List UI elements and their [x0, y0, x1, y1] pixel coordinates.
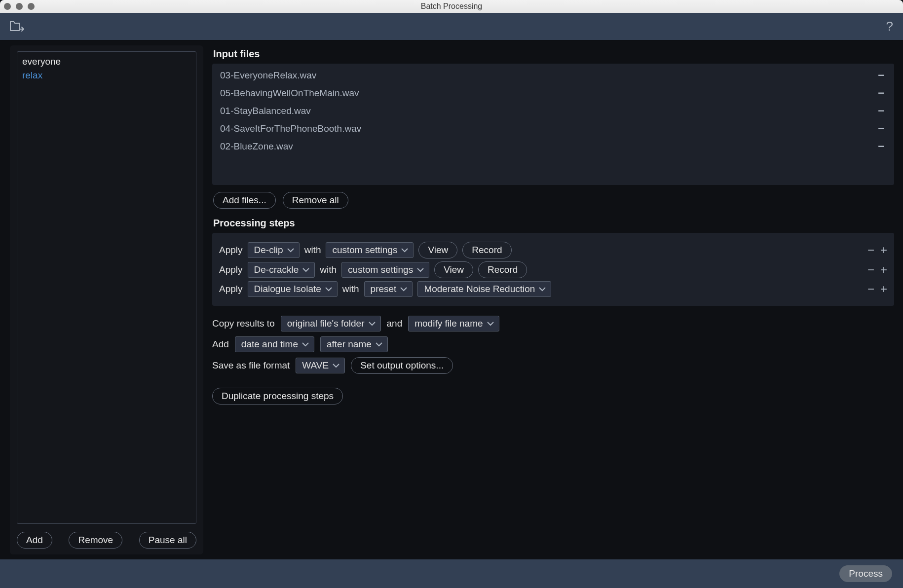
add-label: Add [212, 339, 229, 350]
remove-file-icon[interactable]: − [876, 87, 886, 100]
record-button[interactable]: Record [462, 242, 511, 258]
input-file-name: 05-BehavingWellOnTheMain.wav [220, 88, 359, 99]
folder-send-icon[interactable] [10, 20, 25, 33]
chevron-down-icon [487, 321, 494, 326]
module-value: De-clip [254, 245, 283, 256]
processing-step-row: ApplyDe-cracklewithcustom settingsViewRe… [219, 261, 887, 278]
preset-select[interactable]: Moderate Noise Reduction [417, 281, 551, 297]
add-step-icon[interactable]: + [880, 264, 887, 276]
batch-list-panel: everyonerelax Add Remove Pause all [10, 45, 203, 554]
input-file-name: 02-BlueZone.wav [220, 141, 293, 152]
add-what-value: date and time [241, 339, 298, 350]
remove-file-icon[interactable]: − [876, 122, 886, 135]
remove-all-files-button[interactable]: Remove all [283, 192, 348, 209]
remove-file-icon[interactable]: − [876, 69, 886, 82]
add-where-select[interactable]: after name [320, 336, 388, 352]
minimize-window-button[interactable] [16, 3, 23, 10]
processing-steps-box: ApplyDe-clipwithcustom settingsViewRecor… [212, 233, 894, 306]
chevron-down-icon [369, 321, 376, 326]
module-value: Dialogue Isolate [254, 284, 321, 294]
remove-file-icon[interactable]: − [876, 105, 886, 117]
add-where-value: after name [327, 339, 372, 350]
remove-file-icon[interactable]: − [876, 140, 886, 153]
output-options: Copy results to original file's folder a… [212, 316, 894, 404]
processing-step-row: ApplyDe-clipwithcustom settingsViewRecor… [219, 242, 887, 258]
mode-value: custom settings [348, 264, 413, 275]
close-window-button[interactable] [4, 3, 11, 10]
batch-list-item[interactable]: everyone [22, 55, 191, 69]
copy-results-to-label: Copy results to [212, 318, 275, 329]
input-file-name: 01-StayBalanced.wav [220, 106, 311, 116]
chevron-down-icon [333, 363, 339, 368]
set-output-options-button[interactable]: Set output options... [351, 357, 453, 374]
mode-value: custom settings [332, 245, 397, 256]
mode-select[interactable]: preset [364, 281, 413, 297]
batch-list-item[interactable]: relax [22, 69, 191, 82]
with-label: with [320, 264, 337, 275]
main-area: everyonerelax Add Remove Pause all Input… [0, 40, 903, 559]
input-file-row[interactable]: 04-SaveItForThePhoneBooth.wav− [212, 120, 894, 138]
traffic-lights [4, 3, 35, 10]
add-step-icon[interactable]: + [880, 244, 887, 256]
with-label: with [304, 245, 321, 256]
input-files-heading: Input files [213, 48, 894, 60]
chevron-down-icon [417, 267, 424, 272]
processing-steps-heading: Processing steps [213, 218, 894, 229]
input-file-row[interactable]: 01-StayBalanced.wav− [212, 102, 894, 120]
chevron-down-icon [287, 248, 294, 253]
footer: Process [0, 559, 903, 588]
batch-list[interactable]: everyonerelax [17, 51, 196, 524]
window-title: Batch Processing [0, 2, 903, 11]
mode-select[interactable]: custom settings [326, 242, 414, 258]
processing-step-row: ApplyDialogue IsolatewithpresetModerate … [219, 281, 887, 297]
dest-select[interactable]: original file's folder [281, 316, 381, 331]
module-value: De-crackle [254, 264, 299, 275]
module-select[interactable]: De-crackle [248, 262, 315, 278]
input-file-name: 04-SaveItForThePhoneBooth.wav [220, 123, 361, 134]
input-file-row[interactable]: 05-BehavingWellOnTheMain.wav− [212, 84, 894, 102]
chevron-down-icon [401, 248, 408, 253]
view-button[interactable]: View [434, 261, 473, 278]
right-panel: Input files 03-EveryoneRelax.wav−05-Beha… [207, 40, 903, 559]
apply-label: Apply [219, 264, 243, 275]
format-value: WAVE [302, 360, 329, 371]
input-file-row[interactable]: 02-BlueZone.wav− [212, 138, 894, 155]
add-what-select[interactable]: date and time [235, 336, 314, 352]
add-step-icon[interactable]: + [880, 283, 887, 295]
app-toolbar: ? [0, 13, 903, 40]
chevron-down-icon [539, 287, 546, 292]
batch-add-button[interactable]: Add [17, 532, 52, 549]
module-select[interactable]: Dialogue Isolate [248, 281, 338, 297]
input-files-box: 03-EveryoneRelax.wav−05-BehavingWellOnTh… [212, 64, 894, 185]
apply-label: Apply [219, 245, 243, 256]
input-file-row[interactable]: 03-EveryoneRelax.wav− [212, 67, 894, 84]
preset-value: Moderate Noise Reduction [424, 284, 535, 294]
module-select[interactable]: De-clip [248, 242, 300, 258]
batch-remove-button[interactable]: Remove [69, 532, 122, 549]
chevron-down-icon [302, 267, 309, 272]
and-label: and [387, 318, 403, 329]
add-files-button[interactable]: Add files... [213, 192, 276, 209]
apply-label: Apply [219, 284, 243, 294]
name-action-select[interactable]: modify file name [408, 316, 499, 331]
remove-step-icon[interactable]: − [867, 264, 874, 276]
view-button[interactable]: View [418, 242, 457, 258]
name-action-value: modify file name [414, 318, 483, 329]
chevron-down-icon [400, 287, 407, 292]
with-label: with [342, 284, 359, 294]
mode-select[interactable]: custom settings [341, 262, 429, 278]
mode-value: preset [371, 284, 397, 294]
record-button[interactable]: Record [478, 261, 527, 278]
zoom-window-button[interactable] [28, 3, 35, 10]
process-button[interactable]: Process [839, 565, 892, 582]
remove-step-icon[interactable]: − [867, 244, 874, 256]
titlebar: Batch Processing [0, 0, 903, 13]
batch-pause-all-button[interactable]: Pause all [139, 532, 196, 549]
duplicate-steps-button[interactable]: Duplicate processing steps [212, 388, 343, 404]
remove-step-icon[interactable]: − [867, 283, 874, 295]
dest-select-value: original file's folder [287, 318, 365, 329]
input-file-name: 03-EveryoneRelax.wav [220, 70, 316, 81]
chevron-down-icon [376, 342, 382, 347]
help-icon[interactable]: ? [886, 19, 893, 34]
format-select[interactable]: WAVE [296, 358, 345, 373]
